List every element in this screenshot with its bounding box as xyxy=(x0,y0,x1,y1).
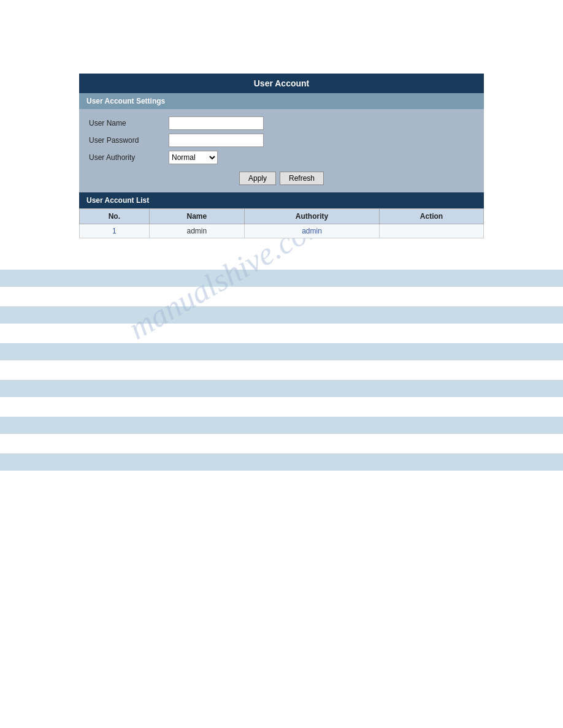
page-wrapper: manualshive.com User Account User Accoun… xyxy=(0,0,563,728)
deco-bar-5 xyxy=(0,417,563,434)
username-row: User Name xyxy=(89,116,474,130)
deco-bar-6 xyxy=(0,453,563,471)
cell-name: admin xyxy=(149,224,244,238)
row-no-link[interactable]: 1 xyxy=(112,227,117,235)
username-label: User Name xyxy=(89,119,169,127)
authority-label: User Authority xyxy=(89,153,169,162)
user-account-table: No. Name Authority Action 1adminadmin xyxy=(79,208,484,238)
password-input[interactable] xyxy=(169,134,264,147)
table-header-row: No. Name Authority Action xyxy=(80,209,484,224)
deco-bar-1 xyxy=(0,270,563,287)
settings-section-header: User Account Settings xyxy=(79,93,484,109)
username-input[interactable] xyxy=(169,116,264,130)
table-row: 1adminadmin xyxy=(80,224,484,238)
col-name: Name xyxy=(149,209,244,224)
cell-authority: admin xyxy=(245,224,380,238)
apply-button[interactable]: Apply xyxy=(239,172,276,185)
deco-bar-4 xyxy=(0,380,563,397)
list-section: User Account List No. Name Authority Act… xyxy=(79,192,484,238)
settings-section: User Account Settings User Name User Pas… xyxy=(79,93,484,192)
col-action: Action xyxy=(380,209,484,224)
panel-title: User Account xyxy=(79,74,484,93)
deco-bar-2 xyxy=(0,306,563,324)
main-panel: User Account User Account Settings User … xyxy=(79,74,484,238)
col-no: No. xyxy=(80,209,150,224)
password-row: User Password xyxy=(89,134,474,147)
col-authority: Authority xyxy=(245,209,380,224)
deco-bar-3 xyxy=(0,343,563,360)
button-row: Apply Refresh xyxy=(79,172,484,185)
password-label: User Password xyxy=(89,136,169,145)
cell-no: 1 xyxy=(80,224,150,238)
authority-select[interactable]: Normal Admin xyxy=(169,151,218,164)
cell-action xyxy=(380,224,484,238)
refresh-button[interactable]: Refresh xyxy=(280,172,324,185)
authority-link[interactable]: admin xyxy=(302,227,322,235)
authority-row: User Authority Normal Admin xyxy=(89,151,474,164)
list-section-header: User Account List xyxy=(79,192,484,208)
